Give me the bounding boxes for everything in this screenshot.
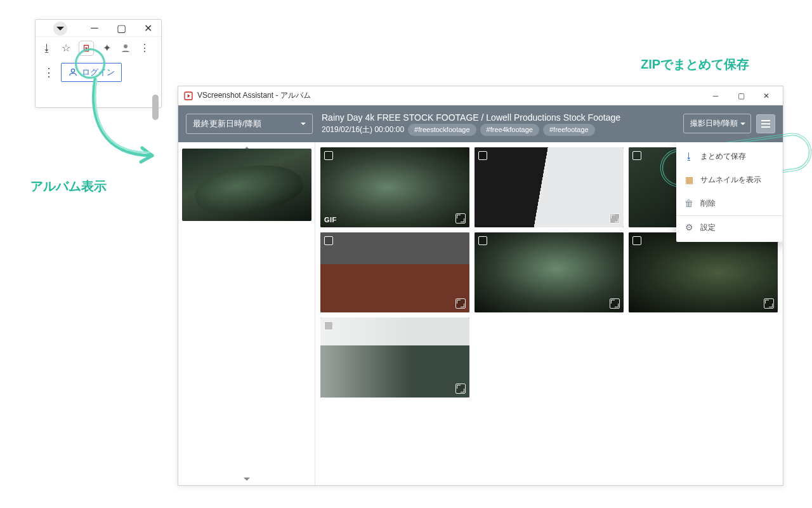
- minimize-icon[interactable]: ─: [84, 20, 105, 36]
- menu-delete-label: 削除: [700, 198, 716, 209]
- window-close-icon[interactable]: ✕: [754, 87, 779, 105]
- annotation-zip-save: ZIPでまとめて保存: [641, 56, 749, 73]
- screenshot-tile[interactable]: [629, 232, 778, 312]
- select-checkbox[interactable]: [324, 236, 333, 245]
- gear-icon: ⚙: [684, 222, 694, 232]
- app-window: VScreenshot Assistant - アルバム ─ ▢ ✕ 最終更新日…: [178, 86, 783, 486]
- select-checkbox[interactable]: [478, 236, 487, 245]
- close-icon[interactable]: ✕: [137, 20, 159, 36]
- kebab-icon[interactable]: ⋮: [138, 42, 151, 55]
- expand-icon[interactable]: [610, 213, 620, 224]
- star-icon[interactable]: ☆: [60, 42, 72, 55]
- download-icon: ⭳: [684, 151, 694, 161]
- tag[interactable]: #freestockfootage: [408, 124, 476, 136]
- screenshot-tile[interactable]: [320, 318, 469, 398]
- tag[interactable]: #free4kfootage: [480, 124, 539, 136]
- tab-collapse-icon[interactable]: [53, 22, 67, 36]
- trash-icon: 🗑: [684, 198, 694, 208]
- select-checkbox[interactable]: [324, 321, 333, 330]
- annotation-arrow-icon: [82, 73, 165, 175]
- svg-point-0: [124, 44, 128, 48]
- menu-show-thumbs-label: サムネイルを表示: [700, 175, 761, 185]
- extensions-puzzle-icon[interactable]: ✦: [100, 42, 113, 55]
- album-sort-label: 最終更新日時/降順: [193, 118, 261, 130]
- titlebar: VScreenshot Assistant - アルバム ─ ▢ ✕: [178, 86, 783, 105]
- expand-icon[interactable]: [455, 298, 466, 309]
- menu-save-all-label: まとめて保存: [700, 151, 746, 162]
- expand-icon[interactable]: [455, 384, 466, 394]
- app-icon: [183, 91, 193, 101]
- menu-show-thumbs[interactable]: ▦ サムネイルを表示: [676, 168, 783, 192]
- video-meta: Rainy Day 4k FREE STOCK FOOTAGE / Lowell…: [322, 112, 674, 136]
- album-sort-select[interactable]: 最終更新日時/降順: [186, 114, 313, 134]
- menu-settings[interactable]: ⚙ 設定: [676, 215, 783, 239]
- scroll-down-icon[interactable]: [244, 478, 250, 484]
- screenshot-tile[interactable]: GIF: [320, 147, 469, 227]
- select-checkbox[interactable]: [632, 151, 641, 160]
- gif-badge: GIF: [324, 216, 337, 224]
- header: 最終更新日時/降順 Rainy Day 4k FREE STOCK FOOTAG…: [178, 105, 783, 142]
- annotation-album-view: アルバム表示: [30, 178, 107, 195]
- album-strip: [178, 142, 315, 485]
- screenshot-tile[interactable]: [475, 147, 624, 227]
- app-body: GIF: [178, 142, 783, 485]
- shot-sort-label: 撮影日時/降順: [690, 118, 738, 129]
- screenshot-tile[interactable]: [320, 232, 469, 312]
- svg-point-1: [71, 69, 74, 72]
- tag[interactable]: #freefootage: [543, 124, 595, 136]
- shot-sort-select[interactable]: 撮影日時/降順: [683, 114, 751, 133]
- menu-button[interactable]: [756, 114, 775, 133]
- kebab-icon[interactable]: ⋮: [41, 65, 56, 79]
- image-icon: ▦: [684, 175, 694, 185]
- dropdown-menu: ⭳ まとめて保存 ▦ サムネイルを表示 🗑 削除 ⚙ 設定: [676, 142, 783, 242]
- window-maximize-icon[interactable]: ▢: [728, 87, 754, 105]
- download-icon[interactable]: ⭳: [41, 42, 53, 55]
- menu-delete[interactable]: 🗑 削除: [676, 192, 783, 215]
- select-checkbox[interactable]: [324, 151, 333, 160]
- select-checkbox[interactable]: [478, 151, 487, 160]
- menu-settings-label: 設定: [700, 222, 716, 233]
- window-minimize-icon[interactable]: ─: [703, 87, 728, 105]
- video-date: 2019/02/16(土) 00:00:00: [322, 124, 404, 135]
- app-title: VScreenshot Assistant - アルバム: [197, 90, 311, 101]
- video-title: Rainy Day 4k FREE STOCK FOOTAGE / Lowell…: [322, 112, 674, 124]
- maximize-icon[interactable]: ▢: [110, 20, 132, 36]
- screenshot-tile[interactable]: [475, 232, 624, 312]
- profile-icon[interactable]: [119, 42, 132, 55]
- expand-icon[interactable]: [764, 298, 774, 309]
- menu-save-all[interactable]: ⭳ まとめて保存: [676, 145, 783, 168]
- select-checkbox[interactable]: [632, 236, 641, 245]
- album-thumbnail[interactable]: [182, 149, 311, 221]
- expand-icon[interactable]: [610, 298, 620, 309]
- expand-icon[interactable]: [455, 213, 466, 224]
